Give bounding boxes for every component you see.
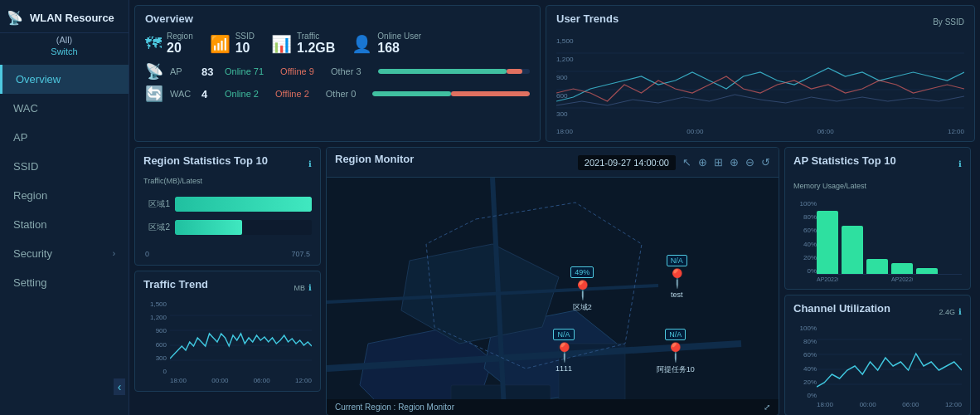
- ap-icon: 📡: [145, 62, 163, 81]
- ap-bar-name-1: [842, 276, 863, 282]
- channel-util-header-right: 2.4G ℹ: [939, 307, 962, 316]
- monitor-footer-text: Current Region : Region Monitor: [335, 403, 454, 412]
- sidebar-item-station[interactable]: Station: [0, 210, 129, 239]
- region-icon: 🗺: [145, 34, 162, 53]
- monitor-header: Region Monitor 2021-09-27 14:00:00 ↖ ⊕ ⊞…: [327, 148, 779, 178]
- sidebar: 📡 WLAN Resource (All) Switch Overview WA…: [0, 0, 129, 415]
- marker-label-1: N/A: [667, 255, 687, 266]
- sidebar-item-setting[interactable]: Setting: [0, 268, 129, 297]
- wac-other-status: Other 0: [326, 89, 357, 99]
- ap-stats-title: AP Statistics Top 10: [793, 154, 896, 167]
- traffic-time-axis: 18:00 00:00 06:00 12:00: [170, 377, 312, 384]
- right-column: AP Statistics Top 10 ℹ Memory Usage/Late…: [784, 147, 975, 415]
- ap-offline-bar: [507, 69, 522, 74]
- ssid-value: 10: [235, 41, 255, 56]
- map-pin-icon-0: 📍: [571, 280, 594, 301]
- online-user-label: Online User: [377, 32, 421, 41]
- traffic-label: Traffic: [297, 32, 335, 41]
- ap-online-status: Online 71: [225, 66, 264, 76]
- region-bar-track-0: [175, 197, 312, 212]
- sidebar-item-ssid[interactable]: SSID: [0, 152, 129, 181]
- time-label-1: 00:00: [686, 128, 703, 135]
- ap-bar-1: [842, 226, 863, 274]
- ssid-label: SSID: [235, 32, 255, 41]
- station-nav-label: Station: [13, 218, 46, 231]
- wac-nav-label: WAC: [13, 102, 38, 115]
- channel-y-labels: 100% 80% 60% 40% 20% 0%: [793, 325, 817, 399]
- map-pin-icon-2: 📍: [553, 342, 575, 364]
- ssid-stat: 📶 SSID 10: [210, 32, 255, 56]
- time-label-0: 18:00: [556, 128, 573, 135]
- region-bar-row-0: 区域1: [143, 197, 312, 212]
- ap-bar-2: [866, 259, 888, 274]
- map-pin-icon-3: 📍: [664, 342, 686, 364]
- traffic-trend-title: Traffic Trend: [143, 278, 208, 290]
- zoom-in-tool-button[interactable]: ⊕: [730, 156, 739, 168]
- setting-nav-label: Setting: [13, 276, 46, 289]
- ap-stats-panel: AP Statistics Top 10 ℹ Memory Usage/Late…: [784, 147, 971, 290]
- traffic-trend-header: Traffic Trend MB ℹ: [143, 278, 312, 297]
- copy-tool-button[interactable]: ⊕: [698, 156, 707, 168]
- svg-text:300: 300: [556, 110, 568, 118]
- ap-status-bar: Online 71 Offline 9 Other 3: [225, 66, 530, 76]
- svg-text:600: 600: [556, 92, 568, 100]
- expand-icon[interactable]: ⤢: [764, 403, 770, 412]
- region-monitor-panel: Region Monitor 2021-09-27 14:00:00 ↖ ⊕ ⊞…: [326, 147, 779, 415]
- sidebar-item-wac[interactable]: WAC: [0, 94, 129, 123]
- region-stats-info-icon[interactable]: ℹ: [308, 159, 312, 168]
- channel-util-info-icon[interactable]: ℹ: [958, 307, 962, 316]
- wac-number: 4: [201, 88, 218, 100]
- monitor-map[interactable]: 49% 📍 区域2 N/A 📍 test N/A 📍 1111 N/A 📍: [327, 178, 779, 399]
- ap-bar-name-2: [866, 276, 888, 282]
- ap-bar-name-4: [916, 276, 938, 282]
- ap-number: 83: [201, 66, 218, 78]
- ap-stats-chart-wrapper: 100% 80% 60% 40% 20% 0%: [793, 200, 962, 282]
- user-trends-title: User Trends: [556, 12, 619, 25]
- channel-util-panel: Channel Utilization 2.4G ℹ 100% 80% 60% …: [784, 295, 971, 415]
- zoom-out-tool-button[interactable]: ⊖: [745, 156, 754, 168]
- marker-name-1: test: [671, 290, 683, 299]
- sidebar-item-security[interactable]: Security ›: [0, 239, 129, 268]
- overview-panel: Overview 🗺 Region 20 📶 SSID 10: [134, 5, 541, 142]
- map-marker-2[interactable]: N/A 📍 1111: [553, 329, 575, 373]
- wac-offline-status: Offline 2: [275, 89, 309, 99]
- user-trends-chart: 1,500 1,200 900 600 300 18:00 00:00 06:0…: [556, 35, 964, 135]
- traffic-value: 1.2GB: [297, 41, 335, 56]
- ap-device-row: 📡 AP 83 Online 71 Offline 9 Other 3: [145, 62, 530, 81]
- map-marker-0[interactable]: 49% 📍 区域2: [570, 266, 594, 313]
- region-bar-fill-1: [175, 220, 242, 235]
- wac-icon: 🔄: [145, 85, 163, 103]
- ap-bar-col-1: [842, 226, 863, 274]
- ap-stats-info-icon[interactable]: ℹ: [958, 159, 962, 168]
- sidebar-item-region[interactable]: Region: [0, 181, 129, 210]
- traffic-trend-info-icon[interactable]: ℹ: [308, 283, 312, 292]
- wac-label: WAC: [170, 89, 195, 99]
- map-marker-3[interactable]: N/A 📍 阿提任务10: [657, 329, 695, 375]
- left-column: Region Statistics Top 10 ℹ Traffic(MB)/L…: [134, 147, 321, 415]
- region-bar-label-0: 区域1: [143, 198, 170, 210]
- sidebar-collapse-button[interactable]: ‹: [114, 378, 125, 395]
- ap-nav-label: AP: [13, 131, 27, 144]
- cursor-tool-button[interactable]: ↖: [682, 156, 691, 168]
- svg-text:900: 900: [556, 74, 568, 81]
- ap-bar-name-3: AP20220200...: [891, 276, 913, 282]
- marker-name-0: 区域2: [573, 302, 592, 313]
- refresh-tool-button[interactable]: ↺: [761, 156, 770, 168]
- ap-y-labels: 100% 80% 60% 40% 20% 0%: [793, 200, 817, 275]
- fullscreen-tool-button[interactable]: ⊞: [714, 156, 723, 168]
- ssid-nav-label: SSID: [13, 160, 38, 173]
- switch-link[interactable]: Switch: [0, 46, 129, 61]
- map-marker-1[interactable]: N/A 📍 test: [666, 255, 688, 299]
- monitor-toolbar: ↖ ⊕ ⊞ ⊕ ⊖ ↺: [682, 156, 770, 168]
- marker-label-0: 49%: [570, 266, 594, 278]
- region-bar-chart: 区域1 区域2: [143, 190, 312, 250]
- wac-online-bar: [372, 91, 451, 96]
- sidebar-item-ap[interactable]: AP: [0, 123, 129, 152]
- bottom-row: Region Statistics Top 10 ℹ Traffic(MB)/L…: [134, 147, 975, 415]
- traffic-stat: 📊 Traffic 1.2GB: [271, 32, 335, 56]
- marker-label-2: N/A: [553, 329, 574, 340]
- region-stats-subtitle: Traffic(MB)/Latest: [143, 177, 312, 185]
- ap-stats-subtitle: Memory Usage/Latest: [793, 182, 962, 190]
- ap-label: AP: [170, 66, 195, 76]
- sidebar-item-overview[interactable]: Overview: [0, 65, 129, 94]
